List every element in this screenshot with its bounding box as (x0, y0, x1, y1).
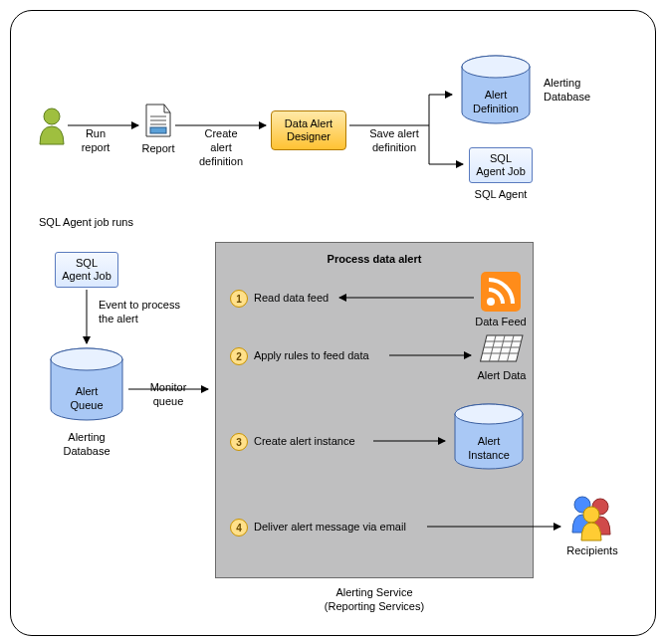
step4-arrow-icon (11, 11, 588, 548)
diagram-frame: Runreport Report Createalertdefinition D… (0, 0, 664, 644)
diagram-panel: Runreport Report Createalertdefinition D… (10, 10, 656, 636)
recipients-icon (566, 493, 616, 542)
recipients-label: Recipients (562, 544, 622, 558)
process-caption: Alerting Service(Reporting Services) (285, 586, 464, 614)
svg-point-31 (583, 507, 599, 523)
